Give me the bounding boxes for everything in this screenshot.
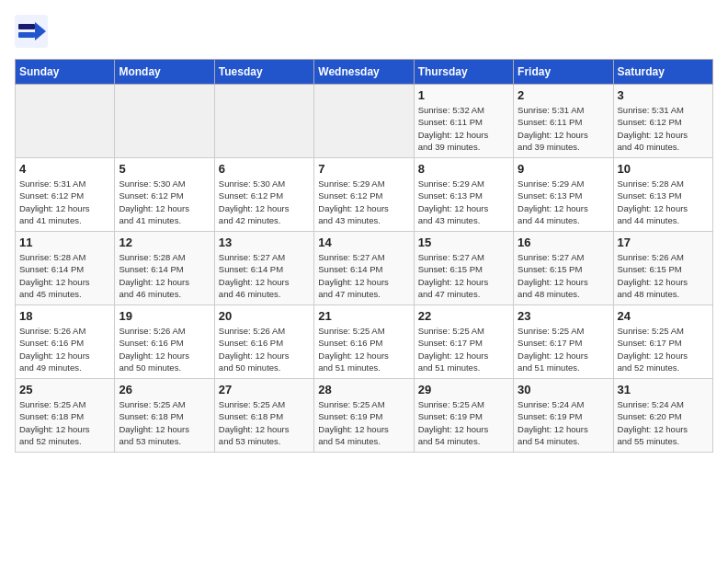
day-info: Sunrise: 5:28 AM Sunset: 6:14 PM Dayligh… xyxy=(119,251,210,300)
calendar-cell: 26Sunrise: 5:25 AM Sunset: 6:18 PM Dayli… xyxy=(115,379,214,453)
calendar-cell: 19Sunrise: 5:26 AM Sunset: 6:16 PM Dayli… xyxy=(115,305,214,379)
day-info: Sunrise: 5:25 AM Sunset: 6:18 PM Dayligh… xyxy=(219,398,310,447)
calendar-cell: 4Sunrise: 5:31 AM Sunset: 6:12 PM Daylig… xyxy=(16,158,115,232)
svg-rect-3 xyxy=(18,32,35,38)
day-info: Sunrise: 5:32 AM Sunset: 6:11 PM Dayligh… xyxy=(418,104,509,153)
calendar-cell: 30Sunrise: 5:24 AM Sunset: 6:19 PM Dayli… xyxy=(514,379,613,453)
day-info: Sunrise: 5:27 AM Sunset: 6:14 PM Dayligh… xyxy=(219,251,310,300)
day-number: 17 xyxy=(618,236,709,249)
calendar-cell: 10Sunrise: 5:28 AM Sunset: 6:13 PM Dayli… xyxy=(613,158,712,232)
day-info: Sunrise: 5:25 AM Sunset: 6:19 PM Dayligh… xyxy=(318,398,409,447)
weekday-header-wednesday: Wednesday xyxy=(314,60,414,85)
calendar-cell: 6Sunrise: 5:30 AM Sunset: 6:12 PM Daylig… xyxy=(214,158,313,232)
day-number: 23 xyxy=(518,309,609,323)
calendar-cell: 7Sunrise: 5:29 AM Sunset: 6:12 PM Daylig… xyxy=(314,158,414,232)
day-info: Sunrise: 5:27 AM Sunset: 6:15 PM Dayligh… xyxy=(418,251,509,300)
day-number: 14 xyxy=(318,236,409,249)
day-number: 16 xyxy=(518,236,609,249)
day-number: 18 xyxy=(19,309,110,323)
day-number: 1 xyxy=(418,88,509,102)
calendar-cell: 24Sunrise: 5:25 AM Sunset: 6:17 PM Dayli… xyxy=(613,305,712,379)
day-info: Sunrise: 5:25 AM Sunset: 6:17 PM Dayligh… xyxy=(418,325,509,373)
day-number: 5 xyxy=(119,162,210,176)
day-number: 21 xyxy=(318,309,409,323)
day-info: Sunrise: 5:28 AM Sunset: 6:14 PM Dayligh… xyxy=(19,251,110,300)
day-number: 3 xyxy=(618,88,709,102)
day-info: Sunrise: 5:29 AM Sunset: 6:13 PM Dayligh… xyxy=(518,178,609,226)
day-info: Sunrise: 5:27 AM Sunset: 6:14 PM Dayligh… xyxy=(318,251,409,300)
day-number: 29 xyxy=(418,383,509,396)
weekday-header-thursday: Thursday xyxy=(414,60,513,85)
day-number: 25 xyxy=(19,383,110,396)
day-info: Sunrise: 5:25 AM Sunset: 6:16 PM Dayligh… xyxy=(318,325,409,373)
day-number: 20 xyxy=(219,309,310,323)
calendar-cell: 20Sunrise: 5:26 AM Sunset: 6:16 PM Dayli… xyxy=(214,305,313,379)
day-number: 22 xyxy=(418,309,509,323)
weekday-header-tuesday: Tuesday xyxy=(214,60,313,85)
calendar-cell: 3Sunrise: 5:31 AM Sunset: 6:12 PM Daylig… xyxy=(613,85,712,158)
day-number: 24 xyxy=(618,309,709,323)
calendar-cell: 5Sunrise: 5:30 AM Sunset: 6:12 PM Daylig… xyxy=(115,158,214,232)
day-number: 6 xyxy=(219,162,310,176)
day-info: Sunrise: 5:30 AM Sunset: 6:12 PM Dayligh… xyxy=(219,178,310,226)
calendar-cell: 15Sunrise: 5:27 AM Sunset: 6:15 PM Dayli… xyxy=(414,232,513,305)
calendar-week-2: 4Sunrise: 5:31 AM Sunset: 6:12 PM Daylig… xyxy=(16,158,713,232)
day-number: 4 xyxy=(19,162,110,176)
calendar-cell: 31Sunrise: 5:24 AM Sunset: 6:20 PM Dayli… xyxy=(613,379,712,453)
calendar-cell: 21Sunrise: 5:25 AM Sunset: 6:16 PM Dayli… xyxy=(314,305,414,379)
weekday-header-row: SundayMondayTuesdayWednesdayThursdayFrid… xyxy=(16,60,713,85)
calendar-table: SundayMondayTuesdayWednesdayThursdayFrid… xyxy=(15,59,713,453)
day-info: Sunrise: 5:29 AM Sunset: 6:13 PM Dayligh… xyxy=(418,178,509,226)
calendar-cell: 14Sunrise: 5:27 AM Sunset: 6:14 PM Dayli… xyxy=(314,232,414,305)
calendar-cell: 8Sunrise: 5:29 AM Sunset: 6:13 PM Daylig… xyxy=(414,158,513,232)
weekday-header-monday: Monday xyxy=(115,60,214,85)
day-info: Sunrise: 5:25 AM Sunset: 6:19 PM Dayligh… xyxy=(418,398,509,447)
day-info: Sunrise: 5:25 AM Sunset: 6:17 PM Dayligh… xyxy=(618,325,709,373)
day-number: 12 xyxy=(119,236,210,249)
calendar-cell: 29Sunrise: 5:25 AM Sunset: 6:19 PM Dayli… xyxy=(414,379,513,453)
header xyxy=(15,15,713,48)
day-info: Sunrise: 5:31 AM Sunset: 6:12 PM Dayligh… xyxy=(618,104,709,153)
day-info: Sunrise: 5:31 AM Sunset: 6:12 PM Dayligh… xyxy=(19,178,110,226)
calendar-cell: 16Sunrise: 5:27 AM Sunset: 6:15 PM Dayli… xyxy=(514,232,613,305)
day-number: 13 xyxy=(219,236,310,249)
calendar-cell: 12Sunrise: 5:28 AM Sunset: 6:14 PM Dayli… xyxy=(115,232,214,305)
calendar-week-3: 11Sunrise: 5:28 AM Sunset: 6:14 PM Dayli… xyxy=(16,232,713,305)
day-number: 11 xyxy=(19,236,110,249)
calendar-cell: 17Sunrise: 5:26 AM Sunset: 6:15 PM Dayli… xyxy=(613,232,712,305)
day-info: Sunrise: 5:25 AM Sunset: 6:18 PM Dayligh… xyxy=(19,398,110,447)
day-number: 26 xyxy=(119,383,210,396)
calendar-cell xyxy=(115,85,214,158)
calendar-cell: 13Sunrise: 5:27 AM Sunset: 6:14 PM Dayli… xyxy=(214,232,313,305)
day-info: Sunrise: 5:24 AM Sunset: 6:20 PM Dayligh… xyxy=(618,398,709,447)
logo-icon xyxy=(15,15,48,48)
calendar-cell: 9Sunrise: 5:29 AM Sunset: 6:13 PM Daylig… xyxy=(514,158,613,232)
weekday-header-friday: Friday xyxy=(514,60,613,85)
calendar-cell: 18Sunrise: 5:26 AM Sunset: 6:16 PM Dayli… xyxy=(16,305,115,379)
day-info: Sunrise: 5:29 AM Sunset: 6:12 PM Dayligh… xyxy=(318,178,409,226)
calendar-cell: 23Sunrise: 5:25 AM Sunset: 6:17 PM Dayli… xyxy=(514,305,613,379)
calendar-cell: 11Sunrise: 5:28 AM Sunset: 6:14 PM Dayli… xyxy=(16,232,115,305)
day-info: Sunrise: 5:26 AM Sunset: 6:15 PM Dayligh… xyxy=(618,251,709,300)
calendar-cell: 28Sunrise: 5:25 AM Sunset: 6:19 PM Dayli… xyxy=(314,379,414,453)
calendar-cell xyxy=(314,85,414,158)
calendar-cell: 2Sunrise: 5:31 AM Sunset: 6:11 PM Daylig… xyxy=(514,85,613,158)
day-number: 31 xyxy=(618,383,709,396)
day-number: 28 xyxy=(318,383,409,396)
day-info: Sunrise: 5:30 AM Sunset: 6:12 PM Dayligh… xyxy=(119,178,210,226)
calendar-cell: 1Sunrise: 5:32 AM Sunset: 6:11 PM Daylig… xyxy=(414,85,513,158)
calendar-week-5: 25Sunrise: 5:25 AM Sunset: 6:18 PM Dayli… xyxy=(16,379,713,453)
day-info: Sunrise: 5:25 AM Sunset: 6:17 PM Dayligh… xyxy=(518,325,609,373)
day-number: 7 xyxy=(318,162,409,176)
day-number: 9 xyxy=(518,162,609,176)
day-info: Sunrise: 5:26 AM Sunset: 6:16 PM Dayligh… xyxy=(219,325,310,373)
calendar-cell xyxy=(16,85,115,158)
calendar-week-4: 18Sunrise: 5:26 AM Sunset: 6:16 PM Dayli… xyxy=(16,305,713,379)
day-number: 15 xyxy=(418,236,509,249)
calendar-week-1: 1Sunrise: 5:32 AM Sunset: 6:11 PM Daylig… xyxy=(16,85,713,158)
day-info: Sunrise: 5:27 AM Sunset: 6:15 PM Dayligh… xyxy=(518,251,609,300)
day-number: 30 xyxy=(518,383,609,396)
day-number: 19 xyxy=(119,309,210,323)
svg-rect-2 xyxy=(18,24,35,29)
day-info: Sunrise: 5:26 AM Sunset: 6:16 PM Dayligh… xyxy=(19,325,110,373)
